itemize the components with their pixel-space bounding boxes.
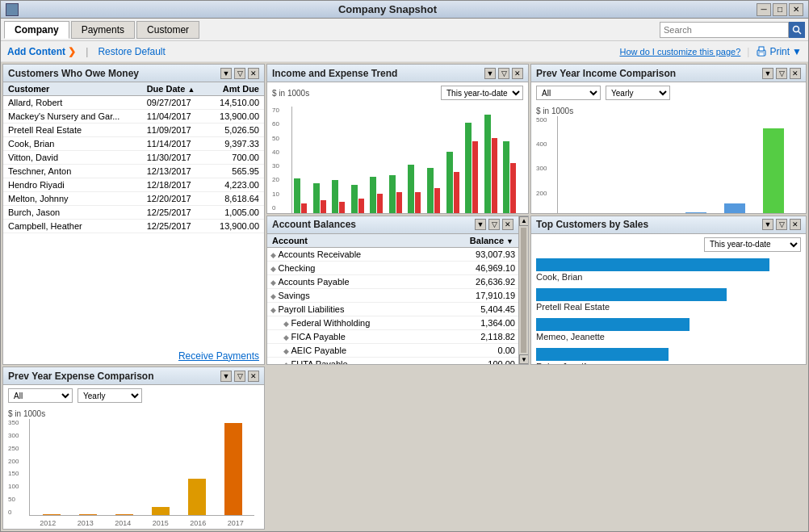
pye-close-btn[interactable]: ✕: [248, 371, 259, 382]
tc-minimize-btn[interactable]: ▼: [762, 219, 773, 230]
income-expense-controls: ▼ ▽ ✕: [484, 68, 523, 79]
customers-table-container[interactable]: Customer Due Date ▲ Amt Due Allard, Robe…: [3, 82, 264, 348]
restore-default-link[interactable]: Restore Default: [98, 46, 165, 57]
account-name: ◆ Payroll Liabilities: [267, 302, 434, 316]
account-row[interactable]: ◆ FICA Payable 2,118.82: [267, 329, 518, 343]
tc-close-btn[interactable]: ✕: [790, 219, 801, 230]
customer-due-date: 11/14/2017: [142, 137, 208, 151]
customer-row[interactable]: Allard, Robert 09/27/2017 14,510.00: [3, 96, 264, 110]
pyi-period-dropdown[interactable]: Yearly Monthly Quarterly: [606, 86, 670, 100]
account-row[interactable]: ◆ AEIC Payable 0.00: [267, 343, 518, 357]
account-balance: 17,910.19: [434, 288, 518, 302]
customer-col-header[interactable]: Customer: [3, 82, 142, 96]
account-row[interactable]: ◆ Federal Withholding 1,364.00: [267, 316, 518, 329]
scroll-down-arrow[interactable]: ▼: [519, 354, 529, 364]
customer-row[interactable]: Pretell Real Estate 11/09/2017 5,026.50: [3, 124, 264, 137]
tab-company[interactable]: Company: [4, 21, 69, 39]
prev-income-header: Prev Year Income Comparison ▼ ▽ ✕: [531, 65, 806, 82]
customer-row[interactable]: Vitton, David 11/30/2017 700.00: [3, 151, 264, 165]
accounts-close-btn[interactable]: ✕: [502, 219, 513, 230]
tc-bar: [536, 288, 727, 301]
income-minimize-btn[interactable]: ▼: [484, 68, 496, 79]
print-button[interactable]: Print ▼: [756, 46, 802, 57]
customer-row[interactable]: Mackey's Nursery and Gar... 11/04/2017 1…: [3, 110, 264, 124]
close-button[interactable]: ✕: [789, 3, 803, 16]
accounts-header: Account Balances ▼ ▽ ✕: [267, 216, 518, 234]
account-row[interactable]: ◆ Accounts Receivable 93,007.93: [267, 247, 518, 261]
search-input[interactable]: [660, 22, 789, 38]
customers-expand-btn[interactable]: ▽: [234, 68, 245, 79]
pyi-close-btn[interactable]: ✕: [790, 68, 801, 79]
pyi-axis-label: $ in 1000s: [536, 107, 573, 115]
prev-expense-controls: ▼ ▽ ✕: [220, 371, 259, 382]
top-customers-header: Top Customers by Sales ▼ ▽ ✕: [531, 216, 806, 234]
account-row[interactable]: ◆ FUTA Payable 100.00: [267, 357, 518, 364]
tc-expand-btn[interactable]: ▽: [776, 219, 787, 230]
customer-name: Campbell, Heather: [3, 220, 142, 233]
customer-row[interactable]: Teschner, Anton 12/13/2017 565.95: [3, 165, 264, 178]
tc-item: Rahn, Jennifer: [536, 348, 801, 365]
amtdue-col-header[interactable]: Amt Due: [207, 82, 264, 96]
customer-row[interactable]: Cook, Brian 11/14/2017 9,397.33: [3, 137, 264, 151]
tab-payments[interactable]: Payments: [71, 21, 135, 39]
account-col-header[interactable]: Account: [267, 234, 434, 248]
pyi-expand-btn[interactable]: ▽: [776, 68, 787, 79]
income-close-btn[interactable]: ✕: [512, 68, 523, 79]
account-row[interactable]: ◆ Accounts Payable 26,636.92: [267, 274, 518, 288]
account-balance: 1,364.00: [434, 316, 518, 329]
tab-customer[interactable]: Customer: [136, 21, 199, 39]
customer-row[interactable]: Campbell, Heather 12/25/2017 13,900.00: [3, 220, 264, 233]
account-balance: 26,636.92: [434, 274, 518, 288]
pye-period-dropdown[interactable]: Yearly: [78, 388, 142, 403]
customer-row[interactable]: Melton, Johnny 12/20/2017 8,618.64: [3, 192, 264, 206]
accounts-minimize-btn[interactable]: ▼: [475, 219, 486, 230]
scroll-thumb[interactable]: [521, 228, 526, 354]
toolbar: Add Content ❯ | Restore Default How do I…: [1, 41, 808, 62]
window-title: Company Snapshot: [19, 3, 757, 15]
pye-filter-dropdown[interactable]: All: [8, 388, 73, 403]
app-icon: [6, 3, 19, 16]
scroll-up-arrow[interactable]: ▲: [519, 216, 529, 226]
account-row[interactable]: ◆ Savings 17,910.19: [267, 288, 518, 302]
tc-list: Cook, Brian Pretell Real Estate Memeo, J…: [531, 255, 806, 365]
accounts-expand-btn[interactable]: ▽: [488, 219, 500, 230]
customer-row[interactable]: Burch, Jason 12/25/2017 1,005.00: [3, 206, 264, 220]
customers-minimize-btn[interactable]: ▼: [220, 68, 232, 79]
toolbar-right: How do I customize this page? | Print ▼: [619, 46, 802, 57]
tc-customer-name: Pretell Real Estate: [536, 302, 801, 312]
income-period-dropdown[interactable]: This year-to-date Last year This quarter: [441, 86, 523, 100]
svg-rect-3: [759, 47, 764, 51]
add-content-button[interactable]: Add Content ❯: [7, 46, 76, 57]
customer-amt-due: 14,510.00: [207, 96, 264, 110]
customer-amt-due: 8,618.64: [207, 192, 264, 206]
pyi-filter-dropdown[interactable]: All: [536, 86, 601, 100]
search-button[interactable]: [789, 22, 805, 38]
pye-x-labels: 2012 2013 2014 2015 2016 2017: [29, 519, 254, 527]
maximize-button[interactable]: □: [773, 3, 787, 16]
pye-expand-btn[interactable]: ▽: [234, 371, 245, 382]
accounts-table: Account Balance ▼ ◆ Accounts Receivable …: [267, 234, 518, 365]
duedate-col-header[interactable]: Due Date ▲: [142, 82, 208, 96]
customers-close-btn[interactable]: ✕: [248, 68, 259, 79]
account-balance: 100.00: [434, 357, 518, 364]
minimize-button[interactable]: ─: [757, 3, 771, 16]
pyi-minimize-btn[interactable]: ▼: [762, 68, 773, 79]
account-name: ◆ Accounts Payable: [267, 274, 434, 288]
income-expense-header: Income and Expense Trend ▼ ▽ ✕: [267, 65, 528, 82]
customer-row[interactable]: Hendro Riyadi 12/18/2017 4,223.00: [3, 178, 264, 192]
customer-name: Melton, Johnny: [3, 192, 142, 206]
account-row[interactable]: ◆ Payroll Liabilities 5,404.45: [267, 302, 518, 316]
tc-period-dropdown[interactable]: This year-to-date: [704, 237, 801, 252]
balance-col-header[interactable]: Balance ▼: [434, 234, 518, 248]
account-row[interactable]: ◆ Checking 46,969.10: [267, 261, 518, 274]
pye-axis-label: $ in 1000s: [8, 409, 45, 418]
receive-payments-link[interactable]: Receive Payments: [3, 348, 264, 364]
top-customers-controls: ▼ ▽ ✕: [762, 219, 801, 230]
income-expand-btn[interactable]: ▽: [498, 68, 509, 79]
pye-minimize-btn[interactable]: ▼: [220, 371, 232, 382]
help-link[interactable]: How do I customize this page?: [619, 47, 740, 57]
dashboard-content: Income and Expense Trend ▼ ▽ ✕ $ in 1000…: [1, 62, 808, 531]
accounts-table-container[interactable]: Account Balance ▼ ◆ Accounts Receivable …: [267, 234, 518, 365]
accounts-scrollbar[interactable]: ▲ ▼: [518, 216, 528, 365]
tc-item: Pretell Real Estate: [536, 288, 801, 312]
